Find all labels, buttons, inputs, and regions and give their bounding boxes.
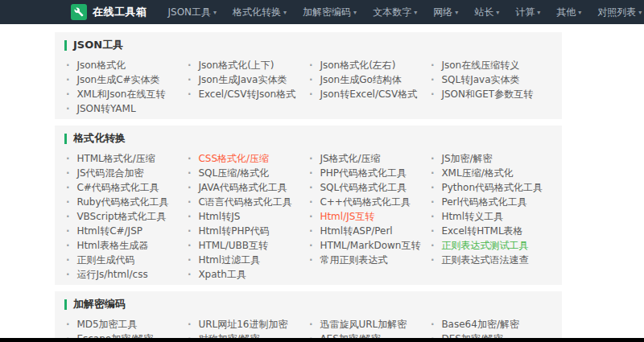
bullet-dot: ·: [431, 182, 435, 193]
tool-link[interactable]: JAVA代码格式化工具: [198, 182, 287, 193]
bullet-dot: ·: [188, 211, 192, 222]
nav-menu-item[interactable]: 对照列表 ▾: [589, 0, 644, 24]
tool-link[interactable]: HTML/UBB互转: [198, 240, 268, 251]
tool-link[interactable]: Html过滤工具: [198, 254, 260, 266]
tool-list-item: · 常用正则表达式: [309, 253, 431, 267]
tool-link[interactable]: C#代码格式化工具: [76, 182, 159, 193]
bullet-dot: ·: [431, 196, 435, 208]
tool-link[interactable]: HTML格式化/压缩: [76, 153, 155, 164]
bullet-dot: ·: [66, 182, 70, 193]
tool-list-item: · XML压缩/格式化: [431, 166, 552, 180]
tool-list-item: · Base64加密/解密: [431, 317, 552, 332]
bullet-dot: ·: [309, 225, 313, 237]
tool-link[interactable]: URL网址16进制加密: [198, 319, 287, 330]
tool-link[interactable]: 正则生成代码: [76, 254, 134, 266]
nav-menu-item[interactable]: 网络 ▾: [425, 0, 466, 24]
tool-link[interactable]: 常用正则表达式: [320, 254, 387, 266]
tool-link[interactable]: HTML/MarkDown互转: [320, 240, 420, 251]
tool-list-item: · Excel/CSV转Json格式: [188, 87, 309, 101]
tool-list-item: · Json格式化(上下): [188, 58, 309, 72]
tool-list-item: · JSON转YAML: [66, 101, 188, 116]
tool-link[interactable]: Json格式化: [76, 60, 126, 71]
tool-link[interactable]: 正则表达式测试工具: [441, 240, 528, 251]
tool-list-item: · C#代码格式化工具: [66, 180, 188, 195]
tool-link[interactable]: Html表格生成器: [76, 240, 148, 251]
tool-link[interactable]: SQL代码格式化工具: [320, 182, 407, 193]
tool-list-item: · Json在线压缩转义: [431, 58, 552, 72]
tool-link[interactable]: Perl代码格式化工具: [441, 196, 526, 208]
tool-list-item: · HTML/UBB互转: [188, 238, 309, 253]
tool-link[interactable]: MD5加密工具: [76, 319, 137, 330]
nav-menu-item[interactable]: 站长 ▾: [466, 0, 507, 24]
tool-link[interactable]: JSON转YAML: [76, 103, 135, 114]
tool-link[interactable]: C语言代码格式化工具: [198, 196, 291, 208]
tool-link[interactable]: Excel转HTML表格: [441, 225, 522, 237]
tool-link[interactable]: CSS格式化/压缩: [198, 153, 269, 164]
tool-link[interactable]: 正则表达式语法速查: [441, 254, 528, 266]
bullet-dot: ·: [66, 153, 70, 164]
tool-link[interactable]: Json格式化(上下): [198, 60, 274, 71]
tool-list-item: · JSON和GET参数互转: [431, 87, 552, 101]
tool-link[interactable]: SQL压缩/格式化: [198, 167, 269, 179]
tool-link[interactable]: JS代码混合加密: [76, 167, 143, 179]
tool-link[interactable]: JSON和GET参数互转: [441, 89, 533, 100]
tool-link[interactable]: Json生成Java实体类: [198, 74, 287, 85]
bullet-dot: ·: [66, 103, 70, 114]
tool-link[interactable]: Html转C#/JSP: [76, 225, 142, 237]
tool-link[interactable]: PHP代码格式化工具: [320, 167, 407, 179]
nav-menu-item[interactable]: JSON工具 ▾: [160, 0, 225, 24]
nav-menu-item[interactable]: 其他 ▾: [548, 0, 589, 24]
tool-link[interactable]: 迅雷旋风URL加解密: [320, 319, 407, 330]
tool-list-item: · Excel转HTML表格: [431, 224, 552, 238]
bullet-dot: ·: [431, 254, 435, 266]
nav-menu-item-label: 文本数字: [373, 6, 411, 19]
nav-menu-item[interactable]: 格式化转换 ▾: [225, 0, 295, 24]
tool-link[interactable]: Html转义工具: [441, 211, 503, 222]
tool-link[interactable]: Base64加密/解密: [441, 319, 519, 330]
tool-link[interactable]: SQL转Java实体类: [441, 74, 519, 85]
tool-link[interactable]: Html转ASP/Perl: [320, 225, 392, 237]
tool-list-item: · HTML/MarkDown互转: [309, 238, 431, 253]
bullet-dot: ·: [431, 240, 435, 251]
nav-menu-item[interactable]: 文本数字 ▾: [365, 0, 425, 24]
tool-link[interactable]: Python代码格式化工具: [441, 182, 543, 193]
tool-link[interactable]: Json格式化(左右): [320, 60, 395, 71]
tool-link[interactable]: JS格式化/压缩: [320, 153, 380, 164]
tool-link[interactable]: Xpath工具: [198, 269, 246, 280]
tool-list-item: · CSS格式化/压缩: [188, 151, 309, 166]
bullet-dot: ·: [188, 60, 192, 71]
nav-menu-item-label: 加解密编码: [303, 6, 351, 19]
tool-link[interactable]: XML压缩/格式化: [441, 167, 513, 179]
brand-title[interactable]: 在线工具箱: [93, 5, 147, 19]
tool-link[interactable]: XML和Json在线互转: [76, 89, 165, 100]
tools-page: JSON工具 · Json格式化 · Json格式化(上下) ·: [55, 32, 562, 342]
tool-list-item: · SQL压缩/格式化: [188, 166, 309, 180]
bullet-dot: ·: [66, 60, 70, 71]
nav-menu-item[interactable]: 计算 ▾: [507, 0, 548, 24]
tool-link[interactable]: Json在线压缩转义: [441, 60, 519, 71]
tool-list-item: · Json生成Java实体类: [188, 72, 309, 87]
bullet-dot: ·: [66, 319, 70, 330]
brand[interactable]: 在线工具箱: [71, 4, 147, 20]
bullet-dot: ·: [431, 60, 435, 71]
tool-list-item: · C语言代码格式化工具: [188, 195, 309, 209]
tool-link[interactable]: Html转JS: [198, 211, 240, 222]
tool-link[interactable]: Json转Excel/CSV格式: [320, 89, 417, 100]
tool-link[interactable]: VBScript格式化工具: [76, 211, 166, 222]
tool-link[interactable]: Ruby代码格式化工具: [76, 196, 168, 208]
section-title: JSON工具: [64, 38, 552, 52]
nav-menu-item[interactable]: 加解密编码 ▾: [295, 0, 365, 24]
tool-link[interactable]: Html/JS互转: [320, 211, 374, 222]
chevron-down-icon: ▾: [638, 9, 642, 16]
tool-link[interactable]: Json生成Go结构体: [320, 74, 401, 85]
tool-list-item: · Python代码格式化工具: [431, 180, 552, 195]
tool-link[interactable]: Excel/CSV转Json格式: [198, 89, 295, 100]
tool-link[interactable]: JS加密/解密: [441, 153, 492, 164]
tool-link[interactable]: Json生成C#实体类: [76, 74, 159, 85]
tool-link[interactable]: 运行Js/html/css: [76, 269, 147, 280]
tool-list-item: · 正则表达式语法速查: [431, 253, 552, 267]
chevron-down-icon: ▾: [353, 9, 357, 16]
tool-list-item: · Html转义工具: [431, 209, 552, 224]
tool-link[interactable]: C++代码格式化工具: [320, 196, 411, 208]
tool-link[interactable]: Html转PHP代码: [198, 225, 269, 237]
